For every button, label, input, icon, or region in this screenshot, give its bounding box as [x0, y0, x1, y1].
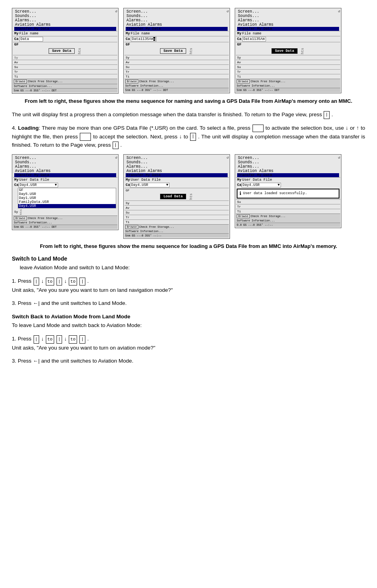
key-blank-1 — [253, 125, 264, 132]
ti-label-6: Ti — [237, 210, 241, 213]
field-su-5: Su — [124, 210, 229, 215]
field-filename-2: My File name — [124, 31, 229, 36]
menu-screen-3: Screen... — [237, 9, 339, 14]
st-nm-2: 5nm — [125, 89, 130, 92]
para1-text: The unit will display first a progress t… — [12, 112, 322, 117]
load-button-5[interactable]: Load Data — [160, 194, 187, 199]
browse-btn-1[interactable]: Browse — [14, 79, 27, 83]
switch-back-heading: Switch Back to Aviation Mode from Land M… — [12, 314, 365, 320]
st-time-6: --:-- — [265, 223, 273, 227]
screen-5: Screen... Sounds... Alarms... Aviation A… — [123, 154, 230, 239]
browse-btn-3[interactable]: Browse — [237, 79, 250, 83]
dropdown-5[interactable]: Day4.USR ▼ — [130, 183, 170, 187]
save-button-1[interactable]: Save Data — [49, 48, 75, 54]
dl-day5[interactable]: Day5.USR — [18, 192, 116, 196]
tr-label-6: Tr — [237, 205, 241, 208]
menu-xfer-2: Transfer My Data — [126, 27, 228, 31]
hts-label-5: hts — [189, 193, 193, 200]
screen-4: Screen... Sounds... Alarms... Aviation A… — [12, 154, 119, 230]
st-nm-1: 5nm — [14, 89, 19, 92]
step-avi-1: 1. Press | ↓to | ↓to | . — [12, 335, 365, 344]
su-label-3: Su — [237, 65, 241, 69]
switch-land-heading: Switch to Land Mode — [12, 255, 365, 262]
dropdown-6[interactable]: Day4.USR ▼ — [241, 183, 281, 187]
check-storage-4: Check Free Storage... — [28, 217, 62, 220]
menu-sounds-3: Sounds... — [237, 14, 339, 18]
menu-screen-5: Screen... — [126, 156, 228, 160]
tr-label-2: Tr — [126, 70, 130, 74]
para-2: 4. Loading: There may be more than one G… — [12, 124, 365, 149]
field-ca-label-2: Ca — [126, 37, 130, 41]
key-down-land-1b: to — [69, 278, 77, 286]
dl-day1[interactable]: Day1.USR — [18, 196, 116, 200]
ti-label-5: Ti — [126, 220, 130, 224]
dl-day4[interactable]: Day4.USR — [18, 204, 116, 208]
field-ti-3: Ti — [236, 74, 340, 79]
tr-label-5: Tr — [126, 216, 130, 219]
field-sy-3: Sy — [236, 55, 340, 60]
field-data-2: Ca Data1135Amm — [124, 36, 229, 42]
st-time-2: --:-- — [153, 89, 162, 92]
save-button-2[interactable]: Save Data — [160, 48, 187, 54]
dropdown-val-4: Day4.USR — [20, 183, 37, 187]
bottom-row-2: Browse Check Free Storage... — [124, 79, 229, 84]
browse-btn-2[interactable]: Browse — [125, 79, 138, 83]
field-av-1: Av — [13, 60, 117, 64]
dropdown-row-6: Ca Day4.USR ▼ — [236, 182, 340, 188]
key-down-avi-1a: to — [46, 335, 54, 344]
menu-group-4: Screen... Sounds... Alarms... Aviation A… — [13, 155, 117, 177]
step-land-2: Unit asks, "Are you sure you want to tur… — [12, 286, 365, 295]
step-avi-2: Unit asks, "Are you sure you want to tur… — [12, 344, 365, 352]
st-ddt-4: DDT — [52, 225, 57, 229]
switch-back-intro: To leave Land Mode and switch back to Av… — [12, 321, 365, 330]
key-down-avi-1b: to — [69, 335, 77, 344]
dropdown-4[interactable]: Day4.USR ▼ — [19, 183, 58, 187]
dl-family[interactable]: FamilyData.USR — [18, 200, 116, 204]
field-gf-label: GF — [14, 43, 19, 47]
browse-btn-4[interactable]: Browse — [14, 216, 27, 220]
step-land-3: 3. Press ←| and the unit switches to Lan… — [12, 299, 365, 308]
field-udf-5: My User Data File — [124, 177, 229, 182]
step-avi-1-arrow1: ↓ — [41, 335, 44, 343]
sw-info-4: Software Information... — [14, 221, 52, 224]
browse-btn-5[interactable]: Browse — [125, 225, 138, 229]
key-land-1b: | — [57, 278, 62, 286]
menu-alarms-3: Alarms... — [237, 18, 339, 23]
st-nm-6: 0.0 — [237, 223, 242, 227]
field-filename: My File name — [13, 31, 117, 36]
check-storage-3: Check Free Storage... — [251, 80, 285, 83]
dropdown-list-4: GF Day5.USR Day1.USR FamilyData.USR Day4… — [18, 188, 116, 208]
field-data-value-3: Data1135Am — [242, 37, 266, 42]
dropdown-val-6: Day4.USR — [243, 183, 260, 187]
sw-row-5: Software Information... — [124, 229, 229, 233]
ca-label-4: Ca — [14, 183, 19, 187]
udf-label-5: User Data File — [131, 178, 161, 182]
field-my-label-2: My — [126, 32, 130, 36]
subtext-1: Sy — [13, 55, 117, 60]
st-gs-3: GS — [243, 89, 247, 92]
menu-xfer-6: Transfer My Data — [237, 173, 339, 177]
status-bar-4: 5nm GS ---0 355° --:-- DDT — [13, 225, 117, 229]
status-bar-6: 0.0 GS ---0 355° --:-- — [236, 223, 340, 227]
switch-land-intro: leave Aviation Mode and switch to Land M… — [12, 263, 365, 272]
field-gf-label-3: GF — [237, 43, 241, 47]
av-label-3: Av — [237, 61, 241, 64]
step-land-1: 1. Press | ↓to | ↓to | . — [12, 277, 365, 286]
st-deg-4: 355° — [34, 225, 40, 229]
menu-aviation-alarms-6: Aviation Alarms — [237, 169, 339, 173]
st-time-3: --:-- — [265, 89, 273, 92]
menu-screen-2: Screen... — [126, 9, 228, 14]
field-data-value-2[interactable]: Data1135Amm — [131, 37, 156, 42]
step-land-1-arrow1: ↓ — [41, 277, 44, 285]
field-filename-3: My File name — [236, 31, 340, 36]
browse-btn-6[interactable]: Browse — [237, 214, 250, 218]
save-button-3[interactable]: Save Data — [271, 48, 298, 54]
udf-label-6: User Data File — [242, 178, 272, 182]
field-gf-label-2: GF — [126, 43, 130, 47]
field-my-label-6: My — [237, 178, 241, 182]
menu-alarms-6: Alarms... — [237, 164, 339, 169]
st-dash-6: ---0 — [248, 223, 255, 227]
key-land-1c: | — [79, 278, 85, 286]
st-dash-2: ---0 — [137, 89, 143, 92]
menu-xfer: Transfer My Data — [14, 27, 116, 31]
